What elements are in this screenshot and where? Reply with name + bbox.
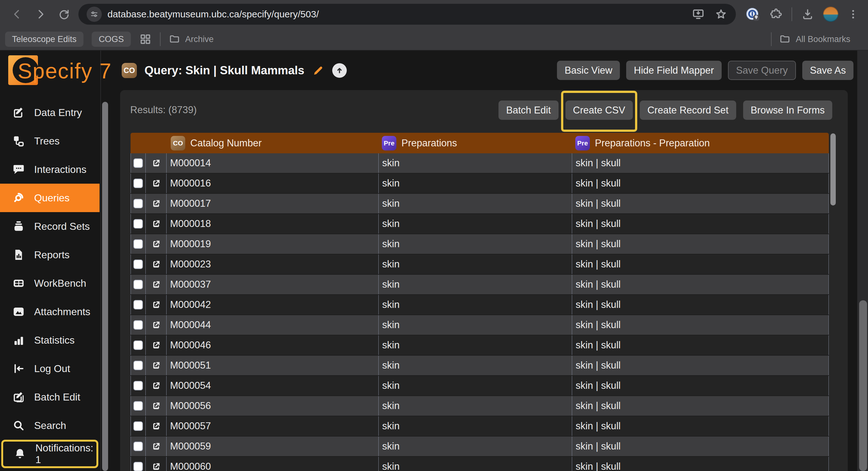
- site-info-icon[interactable]: [87, 7, 102, 22]
- sidebar-item-attachments[interactable]: Attachments: [0, 297, 99, 326]
- row-checkbox[interactable]: [133, 259, 143, 269]
- address-bar[interactable]: database.beatymuseum.ubc.ca/specify/quer…: [79, 4, 736, 25]
- basic-view-button[interactable]: Basic View: [557, 61, 620, 80]
- open-record-icon[interactable]: [151, 279, 161, 290]
- open-record-icon[interactable]: [151, 198, 161, 209]
- save-query-button[interactable]: Save Query: [728, 61, 796, 80]
- collapse-header-button[interactable]: [332, 63, 347, 78]
- column-label: Preparations: [401, 137, 457, 149]
- results-panel: Results: (8739) Batch Edit Create CSV Cr…: [120, 90, 848, 471]
- browser-menu-icon[interactable]: [847, 8, 859, 20]
- column-label: Catalog Number: [190, 137, 262, 149]
- hide-field-mapper-button[interactable]: Hide Field Mapper: [626, 61, 721, 80]
- password-manager-icon[interactable]: [745, 6, 761, 22]
- open-record-icon[interactable]: [151, 441, 161, 452]
- catalog-number-cell: M000014: [166, 153, 379, 173]
- row-checkbox[interactable]: [133, 280, 143, 289]
- column-header-preparations-preparation[interactable]: Pre Preparations - Preparation: [572, 133, 829, 153]
- batch-edit-button[interactable]: Batch Edit: [498, 100, 558, 120]
- sidebar-item-batch-edit[interactable]: Batch Edit: [0, 383, 99, 411]
- row-checkbox[interactable]: [133, 158, 143, 168]
- sidebar-item-reports[interactable]: Reports: [0, 241, 99, 269]
- sidebar-item-search[interactable]: Search: [0, 411, 99, 440]
- profile-avatar[interactable]: [823, 7, 838, 22]
- edit-query-name-icon[interactable]: [312, 64, 324, 77]
- catalog-number-cell: M000059: [166, 437, 379, 456]
- row-checkbox[interactable]: [133, 361, 143, 370]
- bookmark-star-icon[interactable]: [714, 8, 727, 21]
- row-checkbox[interactable]: [133, 442, 143, 451]
- sidebar-item-workbench[interactable]: WorkBench: [0, 269, 99, 297]
- bookmark-cogs[interactable]: COGS: [92, 32, 131, 47]
- sidebar-item-record-sets[interactable]: Record Sets: [0, 212, 99, 241]
- apps-grid-icon[interactable]: [139, 33, 152, 45]
- preparations-cell: skin: [379, 153, 572, 173]
- bookmark-folder-archive[interactable]: Archive: [169, 33, 214, 45]
- window-scrollbar-thumb[interactable]: [859, 300, 867, 471]
- row-checkbox[interactable]: [133, 219, 143, 228]
- open-record-icon[interactable]: [151, 218, 161, 229]
- open-record-icon[interactable]: [151, 421, 161, 432]
- row-checkbox[interactable]: [133, 300, 143, 310]
- sidebar-item-notifications[interactable]: Notifications: 1: [1, 440, 98, 468]
- open-record-icon[interactable]: [151, 401, 161, 411]
- extensions-icon[interactable]: [769, 8, 783, 21]
- open-record-icon[interactable]: [151, 259, 161, 270]
- sidebar-item-log-out[interactable]: Log Out: [0, 354, 99, 383]
- back-icon[interactable]: [11, 8, 23, 21]
- row-checkbox[interactable]: [133, 199, 143, 208]
- browser-toolbar: database.beatymuseum.ubc.ca/specify/quer…: [0, 0, 868, 28]
- row-checkbox[interactable]: [133, 462, 143, 471]
- open-record-icon[interactable]: [151, 380, 161, 391]
- sidebar-item-statistics[interactable]: Statistics: [0, 326, 99, 354]
- row-open-cell: [146, 153, 166, 173]
- browse-in-forms-button[interactable]: Browse In Forms: [743, 100, 832, 120]
- catalog-number-cell: M000056: [166, 396, 379, 416]
- row-checkbox[interactable]: [133, 401, 143, 411]
- create-record-set-button[interactable]: Create Record Set: [640, 100, 736, 120]
- all-bookmarks-divider: [771, 32, 772, 46]
- catalog-number-cell: M000042: [166, 295, 379, 315]
- column-header-catalog-number[interactable]: CO Catalog Number: [130, 133, 379, 153]
- open-record-icon[interactable]: [151, 300, 161, 310]
- sidebar-item-interactions[interactable]: Interactions: [0, 155, 99, 184]
- row-checkbox[interactable]: [133, 341, 143, 350]
- row-select-cell: [130, 396, 146, 416]
- row-checkbox[interactable]: [133, 320, 143, 330]
- row-checkbox[interactable]: [133, 381, 143, 390]
- open-record-icon[interactable]: [151, 158, 161, 168]
- open-record-icon[interactable]: [151, 461, 161, 471]
- sidebar-item-data-entry[interactable]: Data Entry: [0, 98, 99, 127]
- row-checkbox[interactable]: [133, 239, 143, 249]
- row-select-cell: [130, 194, 146, 213]
- open-record-icon[interactable]: [151, 320, 161, 330]
- open-record-icon[interactable]: [151, 340, 161, 351]
- open-record-icon[interactable]: [151, 360, 161, 371]
- queries-icon: [12, 191, 25, 205]
- open-record-icon[interactable]: [151, 239, 161, 249]
- table-row: M000042 skin skin | skull: [130, 295, 829, 315]
- downloads-icon[interactable]: [801, 8, 814, 21]
- save-as-button[interactable]: Save As: [802, 61, 854, 80]
- sidebar-item-queries[interactable]: Queries: [0, 184, 99, 212]
- table-scrollbar-thumb[interactable]: [830, 133, 836, 206]
- install-app-icon[interactable]: [692, 8, 705, 21]
- create-csv-button[interactable]: Create CSV: [565, 100, 633, 120]
- forward-icon[interactable]: [34, 8, 47, 21]
- url-text[interactable]: database.beatymuseum.ubc.ca/specify/quer…: [107, 9, 692, 20]
- reload-icon[interactable]: [58, 8, 70, 21]
- preparations-cell: skin: [379, 174, 572, 193]
- specify-logo[interactable]: Specify 7: [8, 55, 103, 86]
- preparations-cell: skin: [379, 335, 572, 355]
- all-bookmarks-button[interactable]: All Bookmarks: [779, 33, 850, 45]
- sidebar-item-trees[interactable]: Trees: [0, 127, 99, 155]
- log-out-icon: [12, 362, 25, 375]
- table-row: M000023 skin skin | skull: [130, 254, 829, 275]
- row-checkbox[interactable]: [133, 179, 143, 188]
- bookmark-teleoscope-edits[interactable]: Teleoscope Edits: [5, 32, 84, 47]
- results-bar: Results: (8739) Batch Edit Create CSV Cr…: [120, 90, 848, 130]
- row-checkbox[interactable]: [133, 421, 143, 431]
- column-header-preparations[interactable]: Pre Preparations: [379, 133, 572, 153]
- open-record-icon[interactable]: [151, 178, 161, 189]
- preparations-cell: skin: [379, 234, 572, 254]
